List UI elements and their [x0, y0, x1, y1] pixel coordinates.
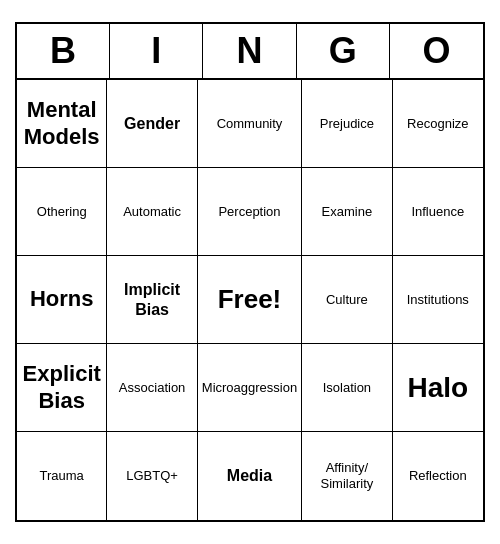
cell-label: Culture — [326, 292, 368, 308]
bingo-cell[interactable]: Othering — [17, 168, 107, 256]
bingo-cell[interactable]: Affinity/ Similarity — [302, 432, 392, 520]
cell-label: Perception — [218, 204, 280, 220]
bingo-grid: Mental ModelsGenderCommunityPrejudiceRec… — [17, 80, 483, 520]
cell-label: Trauma — [40, 468, 84, 484]
cell-label: Affinity/ Similarity — [306, 460, 387, 491]
bingo-cell[interactable]: Halo — [393, 344, 483, 432]
bingo-cell[interactable]: Association — [107, 344, 197, 432]
bingo-cell[interactable]: Culture — [302, 256, 392, 344]
bingo-cell[interactable]: Microaggression — [198, 344, 302, 432]
cell-label: Association — [119, 380, 185, 396]
cell-label: Institutions — [407, 292, 469, 308]
cell-label: Gender — [124, 114, 180, 133]
cell-label: Isolation — [323, 380, 371, 396]
bingo-cell[interactable]: Prejudice — [302, 80, 392, 168]
bingo-cell[interactable]: Perception — [198, 168, 302, 256]
cell-label: Automatic — [123, 204, 181, 220]
header-letter: N — [203, 24, 296, 78]
header-letter: O — [390, 24, 483, 78]
header-letter: B — [17, 24, 110, 78]
cell-label: Horns — [30, 286, 94, 312]
header-letter: G — [297, 24, 390, 78]
cell-label: Explicit Bias — [21, 361, 102, 414]
cell-label: Community — [217, 116, 283, 132]
bingo-cell[interactable]: Trauma — [17, 432, 107, 520]
cell-label: Free! — [218, 284, 282, 315]
cell-label: LGBTQ+ — [126, 468, 178, 484]
cell-label: Prejudice — [320, 116, 374, 132]
bingo-cell[interactable]: Examine — [302, 168, 392, 256]
cell-label: Halo — [407, 371, 468, 405]
cell-label: Examine — [322, 204, 373, 220]
bingo-cell[interactable]: Influence — [393, 168, 483, 256]
bingo-cell[interactable]: Implicit Bias — [107, 256, 197, 344]
cell-label: Implicit Bias — [111, 280, 192, 318]
bingo-cell[interactable]: Reflection — [393, 432, 483, 520]
cell-label: Reflection — [409, 468, 467, 484]
header-letter: I — [110, 24, 203, 78]
cell-label: Microaggression — [202, 380, 297, 396]
cell-label: Othering — [37, 204, 87, 220]
bingo-cell[interactable]: Isolation — [302, 344, 392, 432]
cell-label: Influence — [411, 204, 464, 220]
bingo-cell[interactable]: Community — [198, 80, 302, 168]
cell-label: Media — [227, 466, 272, 485]
bingo-cell[interactable]: Institutions — [393, 256, 483, 344]
bingo-card: BINGO Mental ModelsGenderCommunityPrejud… — [15, 22, 485, 522]
bingo-cell[interactable]: LGBTQ+ — [107, 432, 197, 520]
bingo-cell[interactable]: Explicit Bias — [17, 344, 107, 432]
bingo-cell[interactable]: Gender — [107, 80, 197, 168]
bingo-cell[interactable]: Free! — [198, 256, 302, 344]
bingo-cell[interactable]: Recognize — [393, 80, 483, 168]
bingo-header: BINGO — [17, 24, 483, 80]
bingo-cell[interactable]: Media — [198, 432, 302, 520]
cell-label: Mental Models — [21, 97, 102, 150]
cell-label: Recognize — [407, 116, 468, 132]
bingo-cell[interactable]: Automatic — [107, 168, 197, 256]
bingo-cell[interactable]: Mental Models — [17, 80, 107, 168]
bingo-cell[interactable]: Horns — [17, 256, 107, 344]
